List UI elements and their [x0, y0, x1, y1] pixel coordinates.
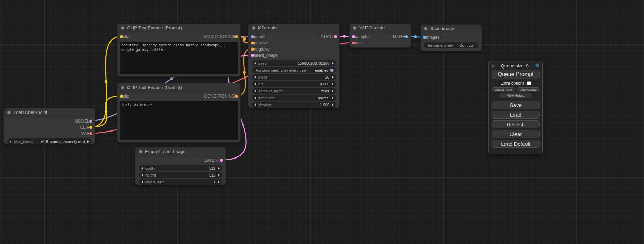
widget-scheduler[interactable]: scheduler normal — [252, 95, 336, 101]
decrement-arrow-icon[interactable] — [254, 83, 256, 85]
negative-prompt-textarea[interactable]: text, watermark — [120, 101, 238, 140]
widget-denoise[interactable]: denoise 1.000 — [252, 102, 336, 108]
toggle-knob-icon[interactable] — [330, 69, 334, 72]
slot-row: latent_image — [248, 52, 339, 58]
decrement-arrow-icon[interactable] — [141, 167, 143, 170]
increment-arrow-icon[interactable] — [332, 76, 334, 79]
increment-arrow-icon[interactable] — [332, 83, 334, 85]
input-port-images[interactable] — [423, 36, 426, 39]
increment-arrow-icon[interactable] — [332, 62, 334, 65]
increment-arrow-icon[interactable] — [87, 140, 89, 143]
widget-width[interactable]: width 512 — [139, 165, 222, 171]
output-port-clip[interactable] — [89, 126, 92, 129]
widget-cfg[interactable]: cfg 8.000 — [252, 81, 336, 87]
node-title-bar[interactable]: CLIP Text Encode (Prompt) — [117, 24, 240, 32]
widget-filename-prefix[interactable]: filename_prefix ComfyUI — [424, 42, 478, 48]
input-port-model[interactable] — [251, 35, 254, 38]
decrement-arrow-icon[interactable] — [10, 140, 11, 143]
node-title-bar[interactable]: KSampler — [248, 24, 339, 32]
settings-gear-icon[interactable]: ⚙ — [535, 63, 540, 69]
widget-label: filename_prefix — [428, 43, 454, 47]
output-port-conditioning[interactable] — [235, 35, 238, 38]
input-port-vae[interactable] — [352, 42, 355, 45]
increment-arrow-icon[interactable] — [218, 174, 220, 177]
node-vae-decode[interactable]: VAE Decode samples IMAGE vae — [349, 24, 411, 48]
node-title-bar[interactable]: VAE Decode — [350, 24, 411, 32]
widget-label: height — [145, 173, 156, 177]
decrement-arrow-icon[interactable] — [141, 174, 143, 177]
widget-sampler-name[interactable]: sampler_name euler — [252, 88, 336, 94]
input-port-samples[interactable] — [352, 35, 355, 38]
queue-prompt-button[interactable]: Queue Prompt — [492, 70, 540, 79]
node-status-dot — [121, 26, 124, 30]
wire-dot-image — [414, 35, 417, 38]
load-default-button[interactable]: Load Default — [492, 140, 540, 148]
input-port-negative[interactable] — [251, 48, 254, 51]
widget-random-seed-toggle[interactable]: Random seed after every gen enabled — [252, 67, 336, 73]
widget-value: enabled — [315, 68, 328, 72]
clear-button[interactable]: Clear — [492, 130, 540, 138]
increment-arrow-icon[interactable] — [332, 97, 334, 99]
node-title-bar[interactable]: CLIP Text Encode (Prompt) — [117, 83, 240, 92]
node-title-bar[interactable]: Empty Latent Image — [135, 147, 226, 156]
input-port-clip[interactable] — [120, 95, 123, 98]
queue-front-button[interactable]: Queue Front — [492, 87, 515, 92]
node-title-bar[interactable]: Save Image — [421, 25, 482, 33]
widget-ckpt-name[interactable]: ckpt_name v1-5-pruned-emaonly.ckpt — [7, 138, 91, 144]
node-save-image[interactable]: Save Image images filename_prefix ComfyU… — [420, 24, 482, 51]
decrement-arrow-icon[interactable] — [254, 62, 256, 65]
output-port-latent[interactable] — [334, 35, 337, 38]
widget-seed[interactable]: seed 156680208700286 — [252, 60, 336, 66]
extra-options-checkbox[interactable] — [527, 81, 531, 85]
node-title-bar[interactable]: Load Checkpoint — [4, 108, 95, 117]
positive-prompt-textarea[interactable]: beautiful scenery nature glass bottle la… — [120, 42, 238, 74]
increment-arrow-icon[interactable] — [218, 181, 220, 183]
node-load-checkpoint[interactable]: Load Checkpoint MODEL CLIP VAE ckpt_name… — [3, 108, 95, 144]
output-port-image[interactable] — [405, 35, 408, 38]
decrement-arrow-icon[interactable] — [141, 181, 143, 183]
increment-arrow-icon[interactable] — [332, 103, 334, 106]
save-button[interactable]: Save — [492, 101, 540, 109]
output-port-conditioning[interactable] — [235, 95, 238, 98]
input-label-clip: clip — [123, 34, 129, 39]
widget-batch-size[interactable]: batch_size 1 — [139, 179, 222, 185]
node-clip-text-encode-negative[interactable]: CLIP Text Encode (Prompt) clip CONDITION… — [117, 83, 241, 143]
input-port-latent-image[interactable] — [251, 54, 254, 57]
widget-value: euler — [321, 89, 329, 93]
decrement-arrow-icon[interactable] — [254, 76, 256, 79]
widget-height[interactable]: height 512 — [139, 172, 222, 178]
load-button[interactable]: Load — [492, 111, 540, 119]
node-ksampler[interactable]: KSampler model LATENT positive negative … — [248, 24, 340, 108]
widget-steps[interactable]: steps 20 — [252, 74, 336, 80]
node-clip-text-encode-positive[interactable]: CLIP Text Encode (Prompt) clip CONDITION… — [117, 24, 241, 77]
queue-menu-panel[interactable]: ⠿ Queue size: 0 ⚙ Queue Prompt Extra opt… — [488, 61, 543, 154]
input-port-clip[interactable] — [120, 35, 123, 38]
view-history-button[interactable]: View History — [500, 93, 532, 98]
output-port-model[interactable] — [89, 120, 92, 123]
slot-row: vae — [350, 40, 411, 46]
decrement-arrow-icon[interactable] — [254, 103, 256, 106]
node-status-dot — [252, 26, 255, 30]
input-label-samples: samples — [355, 34, 371, 39]
node-status-dot — [139, 150, 142, 153]
widget-label: cfg — [258, 82, 264, 86]
drag-handle-icon[interactable]: ⠿ — [492, 63, 495, 68]
wire-dot-clip-positive — [105, 80, 107, 83]
output-port-vae[interactable] — [89, 132, 92, 135]
slot-row: clip CONDITIONING — [117, 93, 240, 99]
slot-row: samples IMAGE — [350, 34, 411, 40]
output-port-latent[interactable] — [220, 159, 223, 162]
view-queue-button[interactable]: View Queue — [517, 87, 540, 92]
output-label-vae: VAE — [81, 131, 89, 136]
input-label-clip: clip — [123, 94, 129, 99]
node-title: KSampler — [258, 25, 278, 30]
decrement-arrow-icon[interactable] — [254, 90, 256, 92]
widget-value: 156680208700286 — [298, 61, 329, 65]
input-port-positive[interactable] — [251, 42, 254, 45]
increment-arrow-icon[interactable] — [218, 167, 220, 170]
decrement-arrow-icon[interactable] — [254, 97, 256, 99]
wire-dot-conditioning-positive — [243, 38, 246, 41]
refresh-button[interactable]: Refresh — [492, 120, 540, 128]
increment-arrow-icon[interactable] — [332, 90, 334, 92]
node-empty-latent-image[interactable]: Empty Latent Image LATENT width 512 heig… — [135, 147, 226, 185]
